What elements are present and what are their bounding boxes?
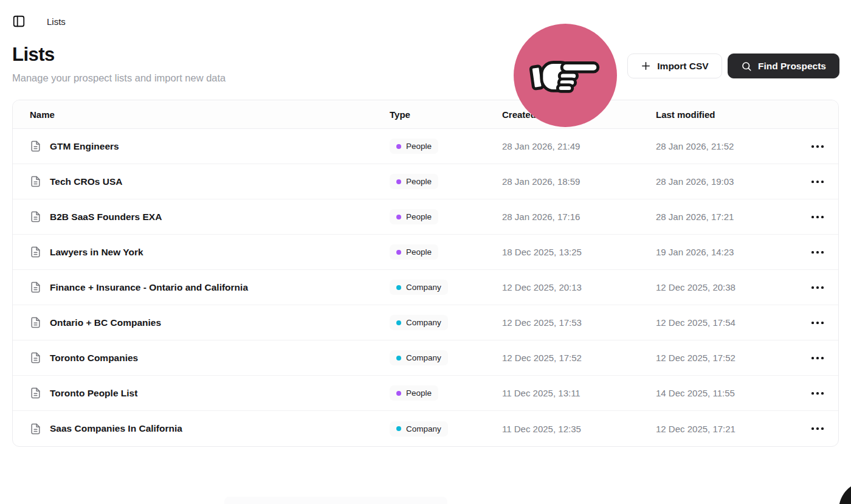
ellipsis-icon <box>811 251 824 254</box>
breadcrumb: Lists <box>47 16 66 27</box>
column-header-type: Type <box>390 109 502 120</box>
list-type-cell: People <box>390 209 502 224</box>
row-actions-cell <box>809 388 839 398</box>
topbar: Lists <box>0 0 851 34</box>
table-header-row: Name Type Created Last modified <box>13 100 838 129</box>
table-row[interactable]: GTM Engineers People 28 Jan 2026, 21:49 … <box>13 129 838 164</box>
import-csv-label: Import CSV <box>657 61 708 72</box>
file-text-icon <box>30 352 41 364</box>
type-dot-icon <box>396 179 401 184</box>
created-date: 18 Dec 2025, 13:25 <box>502 247 656 257</box>
table-row[interactable]: Saas Companies In California Company 11 … <box>13 411 838 446</box>
column-header-name: Name <box>30 109 390 120</box>
pointer-highlight-circle <box>514 24 617 127</box>
type-label: People <box>406 247 432 257</box>
bottom-toast-edge <box>224 497 447 504</box>
row-menu-button[interactable] <box>809 318 826 328</box>
table-row[interactable]: Finance + Insurance - Ontario and Califo… <box>13 270 838 305</box>
list-type-cell: People <box>390 385 502 401</box>
list-type-cell: Company <box>390 315 502 330</box>
table-row[interactable]: Tech CROs USA People 28 Jan 2026, 18:59 … <box>13 164 838 199</box>
type-badge: People <box>390 385 438 401</box>
list-type-cell: Company <box>390 421 502 437</box>
created-date: 28 Jan 2026, 17:16 <box>502 212 656 222</box>
type-label: People <box>406 212 432 221</box>
list-type-cell: People <box>390 139 502 154</box>
type-dot-icon <box>396 285 401 290</box>
row-menu-button[interactable] <box>809 142 826 151</box>
import-csv-button[interactable]: Import CSV <box>627 54 722 78</box>
list-name-cell: Ontario + BC Companies <box>30 317 390 328</box>
created-date: 12 Dec 2025, 17:53 <box>502 317 656 328</box>
lists-page: Lists Lists Manage your prospect lists a… <box>0 0 851 504</box>
row-actions-cell <box>809 353 839 363</box>
modified-date: 12 Dec 2025, 17:54 <box>656 317 809 328</box>
modified-date: 28 Jan 2026, 21:52 <box>656 141 809 151</box>
row-actions-cell <box>809 142 839 151</box>
find-prospects-label: Find Prospects <box>758 61 826 72</box>
find-prospects-button[interactable]: Find Prospects <box>728 54 839 78</box>
row-actions-cell <box>809 283 839 292</box>
modified-date: 14 Dec 2025, 11:55 <box>656 388 809 398</box>
row-menu-button[interactable] <box>809 283 826 292</box>
corner-floating-button[interactable] <box>839 482 851 504</box>
modified-date: 12 Dec 2025, 17:21 <box>656 424 809 434</box>
page-subtitle: Manage your prospect lists and import ne… <box>12 72 226 84</box>
table-row[interactable]: Toronto Companies Company 12 Dec 2025, 1… <box>13 340 838 376</box>
row-menu-button[interactable] <box>809 247 826 257</box>
row-actions-cell <box>809 318 839 328</box>
type-label: Company <box>406 424 441 433</box>
list-name: B2B SaaS Founders EXA <box>50 212 162 223</box>
modified-date: 12 Dec 2025, 17:52 <box>656 353 809 363</box>
type-dot-icon <box>396 144 401 149</box>
column-header-modified: Last modified <box>656 109 809 120</box>
file-text-icon <box>30 317 41 328</box>
type-badge: Company <box>390 350 448 365</box>
row-actions-cell <box>809 424 839 433</box>
ellipsis-icon <box>811 427 824 430</box>
row-menu-button[interactable] <box>809 388 826 398</box>
row-actions-cell <box>809 247 839 257</box>
table-row[interactable]: Ontario + BC Companies Company 12 Dec 20… <box>13 305 838 340</box>
hand-pointing-right-icon <box>529 49 601 102</box>
list-name-cell: B2B SaaS Founders EXA <box>30 211 390 223</box>
ellipsis-icon <box>811 216 824 218</box>
list-name-cell: Finance + Insurance - Ontario and Califo… <box>30 281 390 293</box>
type-label: Company <box>406 353 441 362</box>
type-label: People <box>406 177 432 186</box>
type-label: People <box>406 388 432 398</box>
created-date: 11 Dec 2025, 13:11 <box>502 388 656 398</box>
type-label: People <box>406 142 432 151</box>
row-menu-button[interactable] <box>809 212 826 222</box>
row-menu-button[interactable] <box>809 424 826 433</box>
file-text-icon <box>30 423 41 435</box>
ellipsis-icon <box>811 181 824 183</box>
row-actions-cell <box>809 177 839 187</box>
sidebar-toggle-button[interactable] <box>12 15 26 28</box>
created-date: 28 Jan 2026, 21:49 <box>502 141 656 151</box>
list-name-cell: Lawyers in New York <box>30 246 390 258</box>
type-badge: People <box>390 139 438 154</box>
list-name-cell: Toronto People List <box>30 387 390 399</box>
file-text-icon <box>30 281 41 293</box>
type-badge: People <box>390 174 438 189</box>
row-menu-button[interactable] <box>809 177 826 187</box>
ellipsis-icon <box>811 286 824 289</box>
list-type-cell: People <box>390 174 502 189</box>
table-row[interactable]: B2B SaaS Founders EXA People 28 Jan 2026… <box>13 199 838 235</box>
table-row[interactable]: Toronto People List People 11 Dec 2025, … <box>13 376 838 411</box>
modified-date: 12 Dec 2025, 20:38 <box>656 282 809 292</box>
list-name-cell: Toronto Companies <box>30 352 390 364</box>
type-label: Company <box>406 318 441 327</box>
table-row[interactable]: Lawyers in New York People 18 Dec 2025, … <box>13 235 838 270</box>
ellipsis-icon <box>811 392 824 395</box>
type-label: Company <box>406 283 441 292</box>
list-name-cell: GTM Engineers <box>30 140 390 152</box>
row-menu-button[interactable] <box>809 353 826 363</box>
type-dot-icon <box>396 426 401 431</box>
page-title: Lists <box>12 44 55 66</box>
lists-table: Name Type Created Last modified GTM Engi… <box>12 100 839 447</box>
created-date: 12 Dec 2025, 17:52 <box>502 353 656 363</box>
table-body: GTM Engineers People 28 Jan 2026, 21:49 … <box>13 129 838 446</box>
type-dot-icon <box>396 215 401 219</box>
